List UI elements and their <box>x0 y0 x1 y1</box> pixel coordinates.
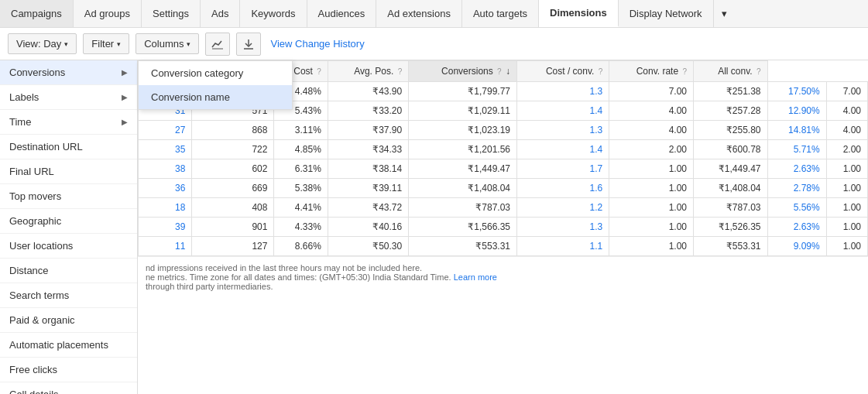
footer-line2: ne metrics. Time zone for all dates and … <box>146 272 860 282</box>
nav-tab-audiences[interactable]: Audiences <box>307 0 377 27</box>
cell-data: 1.00 <box>609 179 694 198</box>
cell-data: 4.00 <box>609 101 694 121</box>
cell-data: ₹1,023.19 <box>409 121 517 140</box>
cell-col1: 18 <box>139 198 192 218</box>
nav-tab-settings[interactable]: Settings <box>142 0 201 27</box>
cell-data: 14.81% <box>767 121 826 140</box>
cell-data: 1.00 <box>826 198 867 218</box>
cell-data: ₹43.72 <box>328 198 408 218</box>
nav-tab-displaynetwork[interactable]: Display Network <box>619 0 714 27</box>
dropdown-item-conversion-name[interactable]: Conversion name <box>139 85 292 109</box>
chart-icon-button[interactable] <box>205 33 230 56</box>
cell-data: 6.31% <box>274 159 328 179</box>
filter-button[interactable]: Filter ▾ <box>83 33 129 54</box>
cell-data: ₹34.33 <box>328 140 408 159</box>
cell-data: 12.90% <box>767 101 826 121</box>
footer-note: nd impressions received in the last thre… <box>138 256 868 297</box>
chevron-right-icon: ▶ <box>122 118 128 126</box>
cell-data: 3.11% <box>274 121 328 140</box>
cell-data: ₹1,201.56 <box>409 140 517 159</box>
cell-data: ₹1,029.11 <box>409 101 517 121</box>
sidebar-item-final-url[interactable]: Final URL <box>0 159 137 184</box>
cell-col2: 408 <box>192 198 274 218</box>
cell-data: ₹1,566.35 <box>409 218 517 237</box>
sidebar-item-user-locations[interactable]: User locations <box>0 234 137 259</box>
cell-data: 9.09% <box>767 237 826 256</box>
sidebar-item-geographic[interactable]: Geographic <box>0 209 137 234</box>
cell-col1: 39 <box>139 218 192 237</box>
cell-data: 4.00 <box>826 101 867 121</box>
cell-data: ₹33.20 <box>328 101 408 121</box>
cell-data: 5.56% <box>767 198 826 218</box>
cell-data: ₹1,526.35 <box>694 218 768 237</box>
table-row: 399014.33%₹40.16₹1,566.351.31.00₹1,526.3… <box>139 218 868 237</box>
cell-data: 1.00 <box>609 159 694 179</box>
cell-data: 1.00 <box>826 179 867 198</box>
cell-data: 1.6 <box>517 179 609 198</box>
cell-col1: 36 <box>139 179 192 198</box>
view-day-button[interactable]: View: Day ▾ <box>8 33 77 54</box>
th-conversions[interactable]: Conversions ? ↓ <box>409 61 517 82</box>
cell-data: ₹787.03 <box>409 198 517 218</box>
nav-tab-campaigns[interactable]: Campaigns <box>0 0 74 27</box>
help-icon-cost-conv: ? <box>599 67 603 76</box>
chart-icon <box>211 38 224 50</box>
sidebar-item-automatic-placements[interactable]: Automatic placements <box>0 333 137 358</box>
cell-data: ₹40.16 <box>328 218 408 237</box>
cell-data: 17.50% <box>767 82 826 101</box>
cell-data: 2.63% <box>767 159 826 179</box>
cell-col1: 38 <box>139 159 192 179</box>
sidebar-item-destination-url[interactable]: Destination URL <box>0 135 137 159</box>
th-conv-rate[interactable]: Conv. rate ? <box>609 61 694 82</box>
view-caret-icon: ▾ <box>64 40 68 48</box>
sidebar-item-labels[interactable]: Labels ▶ <box>0 85 137 110</box>
help-icon-conv-rate: ? <box>682 67 687 76</box>
chevron-right-icon: ▶ <box>122 93 128 101</box>
nav-tab-ads[interactable]: Ads <box>201 0 240 27</box>
nav-tab-adgroups[interactable]: Ad groups <box>74 0 142 27</box>
th-all-conv[interactable]: All conv. ? <box>694 61 768 82</box>
cell-data: ₹553.31 <box>409 237 517 256</box>
help-icon-conversions: ? <box>497 67 502 76</box>
cell-data: ₹553.31 <box>694 237 768 256</box>
chevron-down-icon: ▾ <box>722 8 727 19</box>
cell-data: ₹251.38 <box>694 82 768 101</box>
cell-col2: 669 <box>192 179 274 198</box>
sidebar-item-free-clicks[interactable]: Free clicks <box>0 358 137 382</box>
sidebar-item-search-terms[interactable]: Search terms <box>0 283 137 308</box>
th-avg-pos[interactable]: Avg. Pos. ? <box>328 61 408 82</box>
download-button[interactable] <box>236 33 261 56</box>
nav-tab-adextensions[interactable]: Ad extensions <box>376 0 462 27</box>
nav-tab-dimensions[interactable]: Dimensions <box>539 0 619 27</box>
nav-tab-keywords[interactable]: Keywords <box>240 0 307 27</box>
cell-col1: 27 <box>139 121 192 140</box>
sidebar-item-conversions[interactable]: Conversions ▶ <box>0 60 137 85</box>
cell-data: ₹38.14 <box>328 159 408 179</box>
sidebar-item-top-movers[interactable]: Top movers <box>0 184 137 209</box>
main-layout: Conversions ▶ Labels ▶ Time ▶ Destinatio… <box>0 60 868 394</box>
chevron-right-icon: ▶ <box>122 68 128 77</box>
cell-col1: 35 <box>139 140 192 159</box>
cell-data: 1.00 <box>826 218 867 237</box>
help-icon-avg-pos: ? <box>398 67 403 76</box>
columns-button[interactable]: Columns ▾ <box>136 33 199 54</box>
sidebar-item-paid-organic[interactable]: Paid & organic <box>0 308 137 333</box>
cell-data: ₹1,449.47 <box>409 159 517 179</box>
th-cost-conv[interactable]: Cost / conv. ? <box>517 61 609 82</box>
toolbar: View: Day ▾ Filter ▾ Columns ▾ View Chan… <box>0 28 868 60</box>
sort-down-icon: ↓ <box>506 66 510 77</box>
cell-data: 4.00 <box>826 121 867 140</box>
dropdown-item-conversion-category[interactable]: Conversion category <box>139 61 292 85</box>
nav-tab-autotargets[interactable]: Auto targets <box>462 0 539 27</box>
view-change-history-link[interactable]: View Change History <box>270 38 364 50</box>
table-row: 184084.41%₹43.72₹787.031.21.00₹787.035.5… <box>139 198 868 218</box>
cell-data: ₹255.80 <box>694 121 768 140</box>
sidebar-item-call-details[interactable]: Call details <box>0 382 137 394</box>
sidebar-item-distance[interactable]: Distance <box>0 259 137 283</box>
nav-more-button[interactable]: ▾ <box>714 0 735 27</box>
top-nav: Campaigns Ad groups Settings Ads Keyword… <box>0 0 868 28</box>
help-icon-cost: ? <box>317 67 321 76</box>
footer-line1: nd impressions received in the last thre… <box>146 263 860 272</box>
learn-more-link[interactable]: Learn more <box>454 272 497 282</box>
sidebar-item-time[interactable]: Time ▶ <box>0 110 137 135</box>
